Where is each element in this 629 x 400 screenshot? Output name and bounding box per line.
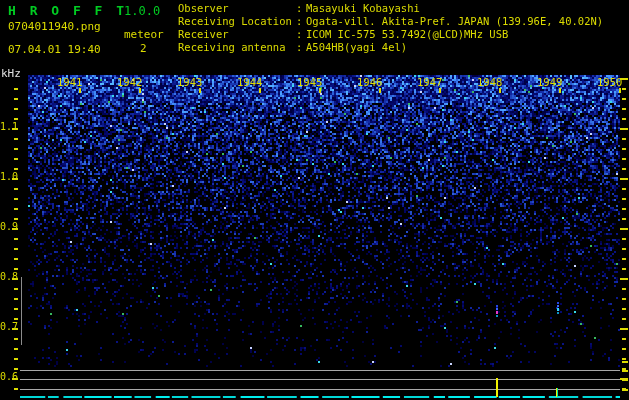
time-tick-label: 1947 [417, 76, 442, 88]
info-row-location: Receiving Location : Ogata-vill. Akita-P… [178, 15, 603, 28]
output-filename: 0704011940.png [8, 20, 101, 33]
info-label: Receiver [178, 28, 296, 41]
info-colon: : [296, 28, 306, 41]
observer-info-block: Observer : Masayuki Kobayashi Receiving … [178, 2, 603, 54]
info-row-observer: Observer : Masayuki Kobayashi [178, 2, 603, 15]
meteor-count: 2 [140, 42, 147, 55]
info-value: A504HB(yagi 4el) [306, 41, 407, 54]
time-tick-label: 1943 [177, 76, 202, 88]
app-version: 1.0.0 [124, 4, 160, 18]
datetime-label: 07.04.01 19:40 [8, 43, 101, 56]
freq-tick-label: 0.9 [0, 221, 13, 232]
freq-tick-label: 0.8 [0, 271, 13, 282]
freq-tick-label: 1.1 [0, 121, 13, 132]
info-row-receiver: Receiver : ICOM IC-575 53.7492(@LCD)MHz … [178, 28, 603, 41]
spectrogram-canvas [0, 0, 629, 400]
app-title: H R O F F T [8, 3, 127, 18]
time-tick-label: 1946 [357, 76, 382, 88]
info-colon: : [296, 2, 306, 15]
time-tick-label: 1942 [117, 76, 142, 88]
hrofft-window: H R O F F T 1.0.0 0704011940.png meteor … [0, 0, 629, 400]
freq-tick-label: 1.0 [0, 171, 13, 182]
time-tick-label: 1948 [477, 76, 502, 88]
freq-tick-label: 0.7 [0, 321, 13, 332]
info-label: Receiving antenna [178, 41, 296, 54]
info-label: Observer [178, 2, 296, 15]
info-value: Masayuki Kobayashi [306, 2, 420, 15]
info-colon: : [296, 41, 306, 54]
mode-label: meteor [124, 28, 164, 41]
time-tick-label: 1945 [297, 76, 322, 88]
info-value: Ogata-vill. Akita-Pref. JAPAN (139.96E, … [306, 15, 603, 28]
freq-unit-label: kHz [1, 67, 21, 80]
time-tick-label: 1941 [57, 76, 82, 88]
info-value: ICOM IC-575 53.7492(@LCD)MHz USB [306, 28, 508, 41]
info-row-antenna: Receiving antenna : A504HB(yagi 4el) [178, 41, 603, 54]
info-colon: : [296, 15, 306, 28]
time-tick-label: 1944 [237, 76, 262, 88]
freq-tick-label: 0.6 [0, 371, 13, 382]
info-label: Receiving Location [178, 15, 296, 28]
time-tick-label: 1949 [537, 76, 562, 88]
time-tick-label: 1950 [597, 76, 622, 88]
